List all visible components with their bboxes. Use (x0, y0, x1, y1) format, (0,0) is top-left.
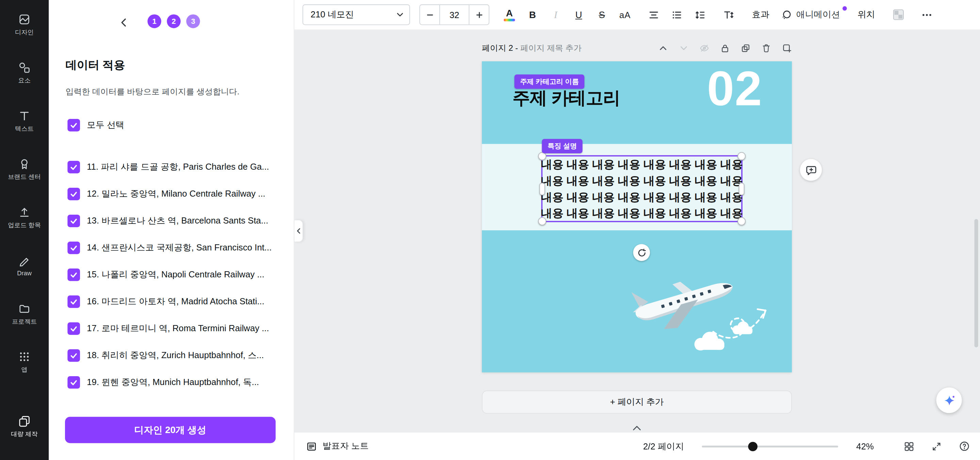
check-icon (69, 378, 78, 387)
sidebar-item-draw[interactable]: Draw (3, 248, 46, 283)
sidebar-item-elements[interactable]: 요소 (3, 54, 46, 90)
delete-page-icon[interactable] (761, 43, 771, 53)
selected-text-box[interactable]: 내용 내용 내용 내용 내용 내용 내용 내용 내용 내용 내용 내용 내용 내… (541, 155, 743, 222)
sidebar-item-bulk-create[interactable]: 대량 제작 (3, 408, 46, 444)
position-button[interactable]: 위치 (853, 5, 879, 25)
bulk-create-panel: 1 2 3 데이터 적용 입력한 데이터를 바탕으로 페이지를 생성합니다. 모… (49, 0, 294, 460)
text-align-button[interactable] (644, 5, 664, 25)
bold-button[interactable]: B (523, 5, 543, 25)
list-item[interactable]: 15. 나폴리 중앙역, Napoli Centrale Railway ... (67, 268, 282, 281)
lock-page-icon[interactable] (720, 43, 730, 53)
sidebar-item-design[interactable]: 디자인 (3, 6, 46, 42)
list-item[interactable]: 16. 마드리드 아토차 역, Madrid Atocha Stati... (67, 295, 282, 308)
transparency-button[interactable] (888, 5, 908, 25)
help-icon[interactable] (959, 441, 970, 452)
zoom-slider-knob[interactable] (748, 442, 758, 452)
list-item[interactable]: 11. 파리 샤를 드골 공항, Paris Charles de Ga... (67, 160, 282, 174)
sidebar-item-text[interactable]: 텍스트 (3, 102, 46, 138)
step-indicator: 1 2 3 (147, 14, 200, 28)
rotate-handle[interactable] (633, 244, 650, 261)
italic-button[interactable]: I (546, 5, 566, 25)
list-button[interactable] (667, 5, 687, 25)
generate-designs-button[interactable]: 디자인 20개 생성 (65, 417, 275, 443)
list-item[interactable]: 17. 로마 테르미니 역, Roma Termini Railway ... (67, 322, 282, 335)
item-checkbox[interactable] (67, 268, 80, 281)
step-badge-3[interactable]: 3 (186, 14, 200, 28)
panel-description: 입력한 데이터를 바탕으로 페이지를 생성합니다. (66, 86, 240, 97)
data-item-list: 11. 파리 샤를 드골 공항, Paris Charles de Ga... … (67, 160, 282, 389)
presenter-notes-button[interactable]: 발표자 노트 (306, 433, 369, 460)
letter-case-button[interactable]: aA (615, 5, 635, 25)
line-spacing-button[interactable] (690, 5, 710, 25)
page-header-row: 페이지 2 - 페이지 제목 추가 (482, 40, 792, 57)
item-checkbox[interactable] (67, 188, 80, 200)
collapse-pages-button[interactable] (629, 423, 645, 433)
chevron-left-icon (296, 228, 301, 234)
underline-button[interactable]: U (569, 5, 589, 25)
item-checkbox[interactable] (67, 349, 80, 362)
item-checkbox[interactable] (67, 322, 80, 335)
effects-button[interactable]: 효과 (748, 5, 774, 25)
comment-bubble-icon (805, 164, 817, 176)
sidebar-item-apps[interactable]: 앱 (3, 343, 46, 379)
resize-handle-top-right[interactable] (737, 152, 746, 160)
presenter-notes-label: 발표자 노트 (323, 441, 369, 452)
comment-button[interactable] (800, 159, 822, 181)
item-checkbox[interactable] (67, 376, 80, 389)
airplane-illustration[interactable] (620, 267, 782, 361)
fullscreen-icon[interactable] (931, 441, 942, 452)
font-size-increase-button[interactable] (469, 5, 488, 24)
back-button[interactable] (116, 14, 132, 31)
move-page-up-icon[interactable] (658, 43, 668, 53)
list-item[interactable]: 14. 샌프란시스코 국제공항, San Francisco Int... (67, 241, 282, 254)
strikethrough-button[interactable]: S (592, 5, 612, 25)
zoom-slider[interactable] (702, 446, 838, 448)
text-color-button[interactable]: A (500, 5, 520, 25)
duplicate-page-icon[interactable] (741, 43, 751, 53)
item-checkbox[interactable] (67, 161, 80, 173)
step-badge-1[interactable]: 1 (147, 14, 161, 28)
text-color-letter: A (506, 8, 513, 18)
item-checkbox[interactable] (67, 295, 80, 308)
resize-handle-bottom-left[interactable] (538, 217, 546, 225)
body-text-line: 내용 내용 내용 내용 내용 내용 내용 내용 (541, 189, 743, 205)
font-family-select[interactable]: 210 네모진 (302, 5, 410, 25)
page-indicator[interactable]: 2/2 페이지 (643, 433, 684, 460)
page-number-text[interactable]: 02 (707, 64, 762, 112)
resize-handle-bottom-right[interactable] (737, 217, 746, 225)
animation-button[interactable]: 애니메이션 (777, 5, 844, 25)
font-size-decrease-button[interactable] (420, 5, 439, 24)
sidebar-item-uploads[interactable]: 업로드 항목 (3, 199, 46, 235)
add-page-button[interactable]: + 페이지 추가 (482, 390, 792, 414)
resize-handle-left[interactable] (539, 182, 545, 195)
zoom-level[interactable]: 42% (856, 433, 873, 460)
list-item[interactable]: 12. 밀라노 중앙역, Milano Centrale Railway ... (67, 187, 282, 201)
sidebar-item-label: 디자인 (15, 29, 34, 35)
ai-assistant-button[interactable] (936, 387, 962, 413)
step-badge-2[interactable]: 2 (167, 14, 180, 28)
font-size-value[interactable]: 32 (439, 5, 469, 24)
move-page-down-icon[interactable] (679, 43, 689, 53)
vertical-text-button[interactable] (719, 5, 739, 25)
select-all-row[interactable]: 모두 선택 (67, 119, 124, 131)
item-checkbox[interactable] (67, 215, 80, 227)
list-item[interactable]: 19. 뮌헨 중앙역, Munich Hauptbahnhof, 독... (67, 375, 282, 389)
resize-handle-right[interactable] (739, 182, 745, 195)
select-all-checkbox[interactable] (67, 119, 80, 131)
grid-view-icon[interactable] (904, 441, 914, 452)
list-item[interactable]: 18. 취리히 중앙역, Zurich Hauptbahnhof, 스... (67, 348, 282, 362)
design-page[interactable]: 주제 카테고리 이름 주제 카테고리 02 특징 설명 내용 내용 내용 내용 … (482, 61, 792, 372)
sidebar-item-brand-center[interactable]: 브랜드 센터 (3, 151, 46, 187)
page-title[interactable]: 페이지 2 - 페이지 제목 추가 (482, 43, 582, 54)
item-label: 12. 밀라노 중앙역, Milano Centrale Railway ... (87, 188, 265, 200)
add-page-icon[interactable] (782, 43, 792, 53)
list-item[interactable]: 13. 바르셀로나 산츠 역, Barcelona Sants Sta... (67, 214, 282, 228)
item-checkbox[interactable] (67, 241, 80, 254)
more-options-button[interactable] (917, 5, 937, 25)
canvas-scrollbar[interactable] (974, 219, 978, 348)
category-heading-text[interactable]: 주제 카테고리 (512, 86, 620, 110)
sidebar-item-projects[interactable]: 프로젝트 (3, 295, 46, 331)
hide-page-icon[interactable] (699, 43, 709, 53)
design-canvas[interactable]: 페이지 2 - 페이지 제목 추가 주제 카테고리 이름 주제 카테고리 02 … (294, 30, 980, 433)
panel-collapse-handle[interactable] (294, 220, 303, 242)
